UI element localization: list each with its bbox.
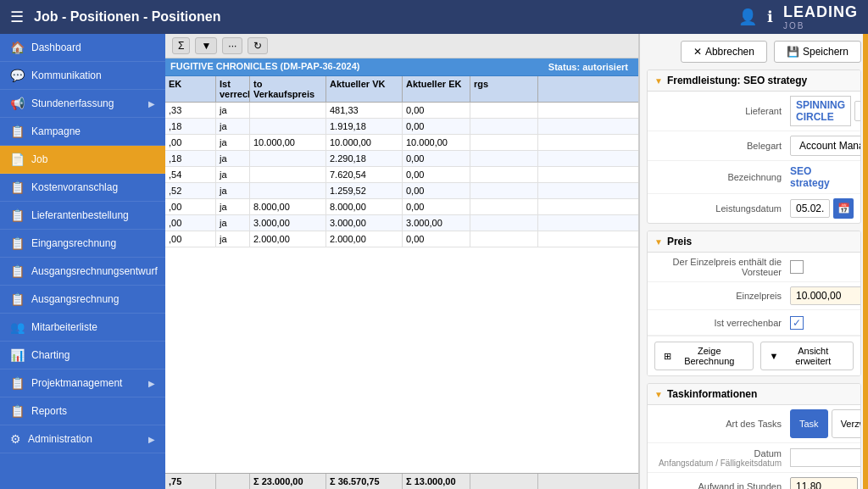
sidebar-label-administration: Administration bbox=[28, 433, 92, 445]
cell-to-vk: 8.000,00 bbox=[250, 199, 326, 214]
leistungsdatum-row: Leistungsdatum 📅 bbox=[648, 194, 860, 223]
vorsteuer-control bbox=[790, 260, 854, 274]
belegart-select[interactable]: Account Manager bbox=[790, 136, 861, 156]
task-button[interactable]: Task bbox=[790, 409, 828, 438]
verzweigung-button[interactable]: Verzweigung bbox=[832, 409, 861, 438]
task-header: ▼ Taskinformationen bbox=[648, 384, 860, 405]
table-row[interactable]: ,00 ja 3.000,00 3.000,00 3.000,00 bbox=[165, 215, 638, 231]
filter-button[interactable]: ▼ bbox=[195, 37, 217, 54]
table-row[interactable]: ,00 ja 10.000,00 10.000,00 10.000,00 bbox=[165, 135, 638, 151]
cell-akt-vk: 481,33 bbox=[326, 103, 403, 118]
save-label: Speichern bbox=[803, 46, 849, 58]
sidebar-item-lieferantenbestellung[interactable]: 📋 Lieferantenbestellung bbox=[0, 202, 165, 230]
ausgangsrechnungsentwurf-icon: 📋 bbox=[10, 264, 25, 278]
col-header-akt-ek: Aktueller EK bbox=[403, 76, 470, 102]
lieferant-value: SPINNING CIRCLE bbox=[790, 96, 851, 126]
cell-akt-ek: 0,00 bbox=[403, 231, 470, 247]
cell-ek: ,52 bbox=[165, 183, 216, 198]
cell-verr: ja bbox=[216, 231, 250, 247]
cancel-button[interactable]: ✕ Abbrechen bbox=[681, 41, 767, 63]
hamburger-menu-icon[interactable]: ☰ bbox=[10, 8, 24, 26]
sidebar-item-kostenvoranschlag[interactable]: 📋 Kostenvoranschlag bbox=[0, 174, 165, 202]
footer-akt-ek: Σ 13.000,00 bbox=[403, 474, 470, 489]
kommunikation-icon: 💬 bbox=[10, 69, 25, 82]
stundenerfassung-icon: 📢 bbox=[10, 97, 25, 110]
aufwand-input[interactable] bbox=[790, 477, 858, 489]
lieferant-clear-button[interactable]: ✕ bbox=[854, 101, 861, 121]
preis-action-row: ⊞ Zeige Berechnung ▼ Ansicht erweitert bbox=[648, 336, 860, 375]
more-button[interactable]: ··· bbox=[222, 37, 242, 54]
content-area: Σ ▼ ··· ↻ FUGITIVE CHRONICLES (DM-PAP-36… bbox=[165, 34, 868, 489]
sidebar-item-job[interactable]: 📄 Job bbox=[0, 146, 165, 174]
header-icons: 👤 ℹ LEADING JOB bbox=[738, 3, 858, 31]
vorsteuer-checkbox[interactable] bbox=[790, 260, 804, 274]
dashboard-icon: 🏠 bbox=[10, 41, 25, 54]
sidebar-item-mitarbeiterliste[interactable]: 👥 Mitarbeiterliste bbox=[0, 314, 165, 342]
table-row[interactable]: ,54 ja 7.620,54 0,00 bbox=[165, 167, 638, 183]
table-row[interactable]: ,00 ja 8.000,00 8.000,00 0,00 bbox=[165, 199, 638, 215]
form-toolbar: ✕ Abbrechen 💾 Speichern bbox=[647, 41, 861, 63]
charting-icon: 📊 bbox=[10, 348, 25, 362]
cell-to-vk bbox=[250, 103, 326, 118]
sidebar-item-administration[interactable]: ⚙ Administration ▶ bbox=[0, 425, 165, 453]
sidebar-item-projektmanagement[interactable]: 📋 Projektmanagement ▶ bbox=[0, 370, 165, 397]
leistungsdatum-calendar-button[interactable]: 📅 bbox=[833, 198, 854, 219]
save-button[interactable]: 💾 Speichern bbox=[774, 41, 861, 63]
table-row[interactable]: ,33 ja 481,33 0,00 bbox=[165, 103, 638, 119]
cell-akt-ek: 3.000,00 bbox=[403, 215, 470, 231]
app-header: ☰ Job - Positionen - Positionen 👤 ℹ LEAD… bbox=[0, 0, 868, 34]
sidebar-item-ausgangsrechnung[interactable]: 📋 Ausgangsrechnung bbox=[0, 286, 165, 314]
logo: LEADING JOB bbox=[783, 3, 858, 31]
table-row[interactable]: ,52 ja 1.259,52 0,00 bbox=[165, 183, 638, 199]
cell-akt-vk: 7.620,54 bbox=[326, 167, 403, 182]
table-row[interactable]: ,00 ja 2.000,00 2.000,00 0,00 bbox=[165, 231, 638, 247]
sidebar-item-reports[interactable]: 📋 Reports bbox=[0, 397, 165, 425]
projektmanagement-arrow-icon: ▶ bbox=[148, 379, 155, 388]
col-header-verr: Ist verrechenbar bbox=[216, 76, 250, 102]
arrow-icon: ▶ bbox=[148, 99, 155, 108]
cell-ek: ,00 bbox=[165, 231, 216, 247]
bezeichnung-row: Bezeichnung SEO strategy bbox=[648, 161, 860, 194]
cell-rg bbox=[470, 231, 538, 247]
aufwand-label: Aufwand in Stunden bbox=[654, 481, 790, 489]
cell-akt-ek: 10.000,00 bbox=[403, 135, 470, 150]
aufwand-control bbox=[790, 477, 858, 489]
cell-to-vk bbox=[250, 183, 326, 198]
footer-akt-vk: Σ 36.570,75 bbox=[326, 474, 403, 489]
sigma-button[interactable]: Σ bbox=[172, 37, 190, 54]
refresh-button[interactable]: ↻ bbox=[248, 37, 268, 54]
leistungsdatum-input[interactable] bbox=[790, 199, 830, 218]
einzelpreis-input[interactable] bbox=[790, 286, 861, 305]
verrechenbar-checkbox[interactable]: ✓ bbox=[790, 316, 804, 330]
sidebar-item-kampagne[interactable]: 📋 Kampagne bbox=[0, 118, 165, 146]
sidebar-item-ausgangsrechnungsentwurf[interactable]: 📋 Ausgangsrechnungsentwurf bbox=[0, 258, 165, 286]
footer-to-vk: Σ 23.000,00 bbox=[250, 474, 326, 489]
cell-to-vk: 2.000,00 bbox=[250, 231, 326, 247]
ansicht-erweitert-button[interactable]: ▼ Ansicht erweitert bbox=[760, 342, 854, 370]
anfangsdatum-input[interactable] bbox=[790, 448, 861, 467]
cell-rg bbox=[470, 183, 538, 198]
table-row[interactable]: ,18 ja 1.919,18 0,00 bbox=[165, 119, 638, 135]
cell-rg bbox=[470, 215, 538, 231]
sidebar-item-charting[interactable]: 📊 Charting bbox=[0, 342, 165, 370]
cell-to-vk bbox=[250, 151, 326, 166]
fremdleistung-title: Fremdleistung: SEO strategy bbox=[667, 75, 807, 86]
page-title: Job - Positionen - Positionen bbox=[34, 9, 738, 25]
belegart-label: Belegart bbox=[654, 141, 790, 151]
sidebar-item-dashboard[interactable]: 🏠 Dashboard bbox=[0, 34, 165, 62]
footer-rg bbox=[470, 474, 538, 489]
info-icon[interactable]: ℹ bbox=[767, 8, 773, 26]
sidebar-item-stundenerfassung[interactable]: 📢 Stundenerfassung ▶ bbox=[0, 90, 165, 118]
mitarbeiterliste-icon: 👥 bbox=[10, 320, 25, 334]
sidebar-label-dashboard: Dashboard bbox=[31, 42, 81, 53]
zeige-berechnung-button[interactable]: ⊞ Zeige Berechnung bbox=[654, 342, 754, 370]
sidebar-item-kommunikation[interactable]: 💬 Kommunikation bbox=[0, 62, 165, 90]
user-icon[interactable]: 👤 bbox=[738, 8, 757, 26]
sidebar-item-eingangsrechnung[interactable]: 📋 Eingangsrechnung bbox=[0, 230, 165, 258]
footer-verr bbox=[216, 474, 250, 489]
preis-arrow-icon: ▼ bbox=[654, 237, 663, 247]
aufwand-row: Aufwand in Stunden bbox=[648, 473, 860, 489]
cell-ek: ,54 bbox=[165, 167, 216, 182]
table-row[interactable]: ,18 ja 2.290,18 0,00 bbox=[165, 151, 638, 167]
col-header-rg: rgs bbox=[470, 76, 538, 102]
